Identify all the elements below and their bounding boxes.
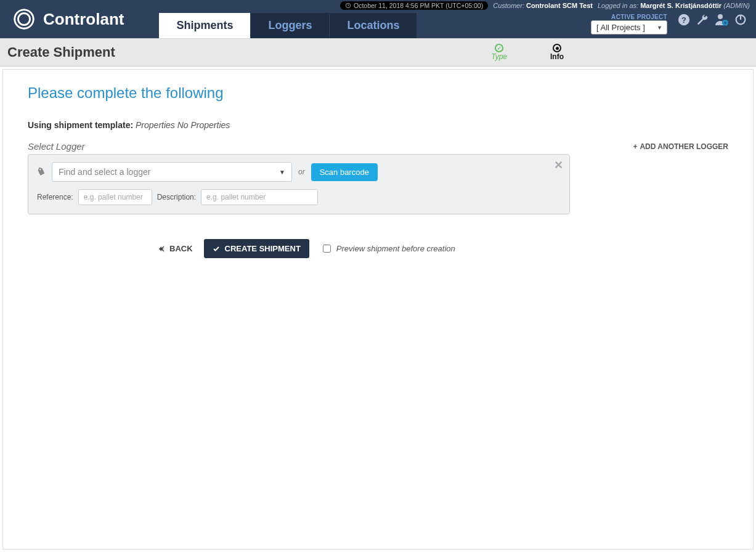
step-info[interactable]: Info — [550, 44, 564, 61]
description-input[interactable] — [201, 189, 318, 205]
brand-name: Controlant — [43, 10, 124, 29]
datetime-text: October 11, 2018 4:56 PM PKT (UTC+05:00) — [354, 2, 483, 9]
tab-loggers[interactable]: Loggers — [250, 13, 329, 38]
project-select[interactable]: [ All Projects ] — [591, 20, 667, 34]
svg-point-3 — [718, 14, 723, 19]
sub-header: Create Shipment ✓ Type Info — [0, 38, 756, 67]
back-icon — [157, 245, 166, 253]
tag-icon — [36, 166, 47, 177]
project-label: ACTIVE PROJECT — [611, 14, 667, 20]
status-bar: October 11, 2018 4:56 PM PKT (UTC+05:00)… — [338, 0, 752, 11]
user-settings-icon[interactable] — [714, 12, 729, 27]
section-heading: Please complete the following — [28, 84, 728, 102]
wizard-steps: ✓ Type Info — [491, 44, 564, 61]
select-logger-label: Select Logger — [28, 141, 85, 152]
help-icon[interactable]: ? — [677, 13, 691, 26]
preview-checkbox-wrap[interactable]: Preview shipment before creation — [320, 243, 455, 254]
page-title: Create Shipment — [7, 44, 115, 60]
tab-shipments[interactable]: Shipments — [158, 13, 250, 38]
reference-label: Reference: — [37, 193, 73, 201]
plus-icon: + — [633, 142, 637, 151]
power-icon[interactable] — [734, 13, 747, 26]
check-icon — [213, 245, 220, 253]
app-header: October 11, 2018 4:56 PM PKT (UTC+05:00)… — [0, 0, 756, 38]
main-content: Please complete the following Using ship… — [2, 69, 754, 550]
active-project: ACTIVE PROJECT [ All Projects ] — [591, 14, 667, 34]
logger-select[interactable]: Find and select a logger — [52, 162, 292, 182]
clock-icon — [345, 2, 351, 9]
back-button[interactable]: BACK — [157, 244, 193, 253]
description-label: Description: — [157, 193, 196, 201]
reference-input[interactable] — [78, 189, 152, 205]
brand: Controlant — [12, 7, 124, 31]
wrench-icon[interactable] — [696, 13, 709, 26]
datetime-pill: October 11, 2018 4:56 PM PKT (UTC+05:00) — [340, 1, 488, 10]
preview-checkbox[interactable] — [323, 245, 331, 253]
create-shipment-button[interactable]: CREATE SHIPMENT — [204, 239, 309, 258]
close-icon[interactable]: ✕ — [554, 158, 563, 172]
add-another-logger[interactable]: + ADD ANOTHER LOGGER — [633, 142, 728, 151]
login-block: Logged in as: Margrét S. Kristjánsdóttir… — [598, 2, 750, 9]
svg-point-5 — [724, 22, 726, 24]
preview-label: Preview shipment before creation — [336, 244, 455, 253]
customer-block: Customer: Controlant SCM Test — [493, 2, 593, 9]
step-type[interactable]: ✓ Type — [491, 44, 507, 61]
logger-card: ✕ Find and select a logger or Scan barco… — [28, 154, 570, 214]
template-info: Using shipment template: Properties No P… — [28, 120, 728, 130]
tab-locations[interactable]: Locations — [329, 13, 417, 38]
scan-barcode-button[interactable]: Scan barcode — [311, 163, 378, 181]
or-text: or — [298, 168, 305, 176]
svg-text:?: ? — [681, 15, 686, 25]
logo-icon — [12, 7, 36, 31]
